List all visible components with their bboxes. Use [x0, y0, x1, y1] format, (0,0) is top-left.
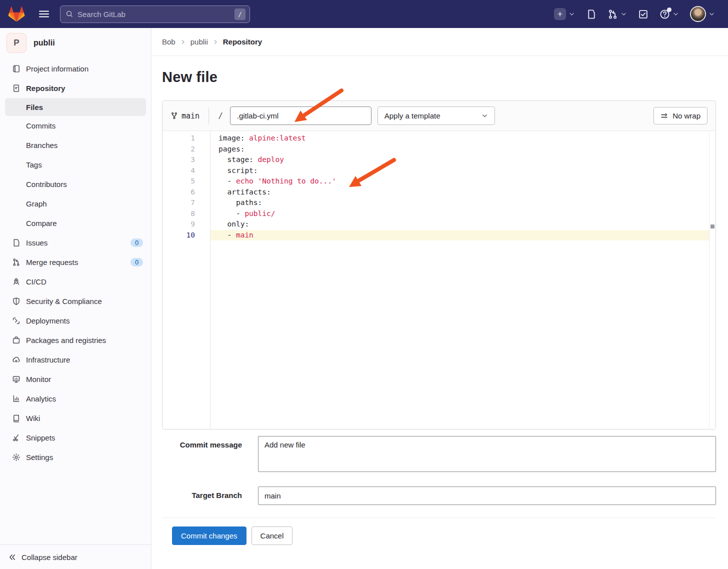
- sidebar-item-contributors[interactable]: Contributors: [0, 174, 151, 194]
- gitlab-logo-icon[interactable]: [8, 6, 25, 22]
- issues-icon-button[interactable]: [586, 9, 596, 20]
- sidebar-item-monitor[interactable]: Monitor: [0, 370, 151, 389]
- sidebar-item-files[interactable]: Files: [5, 98, 146, 116]
- double-chevron-left-icon: [8, 554, 16, 561]
- search-input[interactable]: [78, 10, 230, 18]
- rocket-icon: [12, 278, 26, 286]
- cancel-button[interactable]: Cancel: [252, 526, 293, 545]
- user-avatar[interactable]: [690, 6, 706, 22]
- chevron-down-icon: [620, 11, 627, 18]
- apply-template-dropdown[interactable]: Apply a template: [378, 106, 495, 125]
- chevron-right-icon: [212, 39, 218, 45]
- merge-request-icon: [12, 258, 20, 266]
- sidebar-item-label: Infrastructure: [26, 356, 70, 364]
- project-header[interactable]: P publii: [0, 32, 151, 56]
- code-line-7[interactable]: paths:: [210, 198, 709, 208]
- no-wrap-label: No wrap: [672, 112, 700, 120]
- book-icon: [12, 414, 26, 422]
- sidebar-item-packages-registries[interactable]: Packages and registries: [0, 330, 151, 350]
- code-editor[interactable]: 12345678910 image: alpine:latestpages: s…: [162, 131, 716, 429]
- apply-template-label: Apply a template: [384, 112, 440, 120]
- new-plus-icon-button[interactable]: [554, 8, 575, 20]
- code-line-9[interactable]: only:: [210, 219, 709, 230]
- breadcrumb-publii[interactable]: publii: [190, 38, 208, 46]
- sidebar-item-repository[interactable]: Repository: [0, 78, 151, 98]
- shield-icon: [12, 297, 26, 306]
- sidebar-item-security-compliance[interactable]: Security & Compliance: [0, 292, 151, 311]
- code-content[interactable]: image: alpine:latestpages: stage: deploy…: [210, 131, 709, 429]
- code-token: only:: [218, 220, 249, 228]
- code-line-2[interactable]: pages:: [210, 144, 709, 155]
- breadcrumb-bob[interactable]: Bob: [162, 38, 176, 46]
- help-icon-button[interactable]: [660, 9, 679, 20]
- avatar-button[interactable]: [690, 6, 715, 22]
- sidebar-item-label: Settings: [26, 453, 53, 462]
- cloud-gear-icon: [12, 356, 20, 364]
- code-line-6[interactable]: artifacts:: [210, 187, 709, 198]
- sidebar-item-ci-cd[interactable]: CI/CD: [0, 272, 151, 292]
- sidebar-item-settings[interactable]: Settings: [0, 448, 151, 467]
- no-wrap-button[interactable]: No wrap: [654, 107, 708, 124]
- merge-request-icon[interactable]: [608, 9, 618, 20]
- sidebar-item-branches[interactable]: Branches: [0, 136, 151, 155]
- sidebar-item-project-information[interactable]: Project information: [0, 59, 151, 78]
- sidebar-item-commits[interactable]: Commits: [0, 116, 151, 136]
- sidebar-item-issues[interactable]: Issues0: [0, 233, 151, 252]
- commit-message-textarea[interactable]: Add new file: [258, 436, 716, 472]
- target-branch-input[interactable]: [258, 486, 716, 505]
- top-navigation-bar: /: [0, 0, 728, 28]
- code-line-3[interactable]: stage: deploy: [210, 154, 709, 166]
- code-line-8[interactable]: - public/: [210, 208, 709, 220]
- sidebar-item-infrastructure[interactable]: Infrastructure: [0, 350, 151, 370]
- code-line-1[interactable]: image: alpine:latest: [210, 133, 709, 144]
- merge-request-icon: [12, 258, 26, 266]
- filename-input[interactable]: [230, 106, 372, 125]
- help-icon[interactable]: [660, 9, 670, 20]
- sidebar-item-label: Issues: [26, 238, 48, 247]
- scrollbar-thumb[interactable]: [710, 224, 714, 228]
- sidebar-item-analytics[interactable]: Analytics: [0, 389, 151, 408]
- count-badge: 0: [130, 258, 143, 266]
- sidebar-item-label: Tags: [26, 160, 42, 169]
- divider: [208, 108, 209, 124]
- code-line-4[interactable]: script:: [210, 166, 709, 176]
- code-line-5[interactable]: - echo 'Nothing to do...': [210, 176, 709, 187]
- sidebar-item-deployments[interactable]: Deployments: [0, 311, 151, 330]
- sidebar-item-snippets[interactable]: Snippets: [0, 428, 151, 448]
- todo-icon[interactable]: [638, 9, 648, 20]
- todo-icon-button[interactable]: [638, 9, 648, 20]
- sidebar-item-label: Analytics: [26, 394, 56, 403]
- code-line-10[interactable]: - main: [210, 230, 709, 241]
- merge-request-icon: [608, 9, 618, 20]
- sidebar-item-wiki[interactable]: Wiki: [0, 408, 151, 428]
- book-icon: [12, 414, 20, 422]
- new-plus-icon: [556, 10, 564, 18]
- line-number-gutter: 12345678910: [162, 131, 210, 429]
- code-token: stage:: [218, 156, 258, 164]
- shield-icon: [12, 297, 20, 306]
- sidebar-item-compare[interactable]: Compare: [0, 214, 151, 233]
- issues-icon[interactable]: [586, 9, 596, 20]
- sidebar-item-label: Repository: [26, 84, 65, 92]
- code-token: alpine:latest: [249, 134, 306, 142]
- sidebar-item-graph[interactable]: Graph: [0, 194, 151, 214]
- editor-scrollbar[interactable]: [709, 131, 716, 429]
- gear-icon: [12, 453, 20, 462]
- line-number: 5: [162, 176, 210, 187]
- merge-request-icon-button[interactable]: [608, 9, 627, 20]
- code-token: -: [218, 231, 236, 239]
- commit-changes-button[interactable]: Commit changes: [172, 526, 246, 545]
- chevron-down-icon: [708, 11, 715, 18]
- soft-wrap-icon: [660, 112, 668, 120]
- hamburger-menu-icon[interactable]: [38, 8, 50, 20]
- package-icon: [12, 336, 20, 344]
- sidebar-item-merge-requests[interactable]: Merge requests0: [0, 252, 151, 272]
- sidebar-item-tags[interactable]: Tags: [0, 155, 151, 174]
- chevron-right-icon: [180, 39, 186, 45]
- line-number: 10: [162, 230, 210, 241]
- collapse-sidebar-button[interactable]: Collapse sidebar: [0, 544, 151, 569]
- sidebar-item-label: Commits: [26, 122, 56, 130]
- commit-message-label: Commit message: [162, 436, 242, 474]
- new-plus-icon[interactable]: [554, 8, 566, 20]
- global-search-box[interactable]: /: [60, 6, 250, 23]
